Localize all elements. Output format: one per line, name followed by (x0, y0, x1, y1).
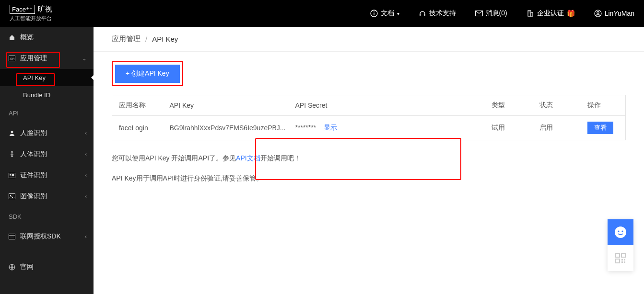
svg-rect-2 (374, 11, 374, 12)
chevron-down-icon: ⌄ (82, 55, 87, 62)
svg-text:API: API (10, 57, 15, 60)
svg-rect-20 (12, 174, 14, 175)
table-row: faceLogin BG9lrahhlXxxPdsv7EMS6Ie9uzePBJ… (112, 116, 626, 140)
sidebar-item-overview[interactable]: 概览 (0, 27, 94, 48)
sidebar-section-sdk: SDK (0, 207, 94, 226)
body-icon (9, 151, 16, 158)
chevron-left-icon: ‹ (85, 130, 87, 136)
cell-app-name: faceLogin (112, 116, 165, 140)
sidebar-overview-label: 概览 (20, 33, 34, 42)
qrcode-icon (615, 252, 626, 264)
api-docs-link[interactable]: API文档 (236, 154, 260, 162)
svg-rect-33 (624, 259, 625, 260)
logo-tagline: 人工智能开放平台 (10, 15, 52, 22)
sidebar-item-body[interactable]: 人体识别 ‹ (0, 144, 94, 165)
show-secret-link[interactable]: 显示 (324, 124, 337, 131)
th-secret: API Secret (291, 95, 367, 116)
view-button[interactable]: 查看 (587, 122, 613, 134)
home-icon (9, 34, 16, 41)
th-key: API Key (165, 95, 291, 116)
svg-rect-3 (420, 14, 421, 16)
api-icon: API (9, 56, 16, 61)
cell-op: 查看 (583, 116, 626, 140)
svg-rect-7 (531, 12, 533, 16)
svg-rect-4 (424, 14, 425, 16)
sidebar-item-official[interactable]: 官网 (0, 257, 94, 278)
logo-brand: 旷视 (38, 5, 52, 14)
top-right-nav: 文档 ▾ 技术支持 消息(0) 企业认证 🎁 LinYuMan (370, 9, 634, 18)
nav-messages[interactable]: 消息(0) (475, 9, 507, 18)
table-header-row: 应用名称 API Key API Secret 类型 状态 操作 (112, 95, 626, 116)
svg-point-16 (11, 131, 13, 133)
svg-point-23 (10, 195, 11, 196)
sidebar-item-cert[interactable]: 证件识别 ‹ (0, 165, 94, 186)
chevron-left-icon: ‹ (85, 172, 87, 179)
nav-docs-label: 文档 (381, 9, 394, 18)
svg-point-17 (11, 151, 13, 153)
package-icon (9, 234, 16, 239)
logo-badge: Face⁺⁺ (10, 5, 35, 14)
th-name: 应用名称 (112, 95, 165, 116)
sidebar-item-sdk-auth[interactable]: 联网授权SDK ‹ (0, 226, 94, 247)
sidebar-app-manage-label: 应用管理 (20, 54, 47, 63)
svg-rect-6 (528, 11, 531, 16)
qrcode-button[interactable] (608, 245, 633, 271)
headset-icon (419, 10, 426, 17)
nav-user[interactable]: LinYuMan (594, 10, 634, 17)
svg-point-26 (615, 226, 626, 238)
th-op: 操作 (583, 95, 626, 116)
svg-point-13 (597, 11, 599, 13)
cell-api-secret: ******** 显示 (291, 116, 367, 140)
nav-support[interactable]: 技术支持 (419, 9, 456, 18)
sidebar-item-app-manage[interactable]: API 应用管理 ⌄ (0, 48, 94, 69)
topbar: Face⁺⁺ 旷视 人工智能开放平台 文档 ▾ 技术支持 消息(0) 企业认证 … (0, 0, 644, 27)
cell-api-key: BG9lrahhlXxxPdsv7EMS6Ie9uzePBJ... (165, 116, 291, 140)
chevron-left-icon: ‹ (85, 233, 87, 240)
main-content: 应用管理 / API Key + 创建API Key 应用名称 API Key … (94, 27, 644, 294)
svg-rect-31 (616, 259, 620, 263)
tips: 您可以使用API Key 开始调用API了。参见API文档开始调用吧！ API … (112, 153, 626, 184)
svg-rect-29 (616, 253, 620, 257)
svg-rect-11 (529, 13, 530, 13)
nav-docs[interactable]: 文档 ▾ (370, 9, 399, 18)
sidebar-item-face[interactable]: 人脸识别 ‹ (0, 123, 94, 144)
breadcrumb-root[interactable]: 应用管理 (112, 34, 141, 44)
chevron-left-icon: ‹ (85, 151, 87, 158)
svg-point-28 (621, 230, 623, 232)
sidebar-item-image[interactable]: 图像识别 ‹ (0, 186, 94, 207)
logo[interactable]: Face⁺⁺ 旷视 人工智能开放平台 (10, 5, 52, 22)
support-chat-button[interactable] (608, 219, 633, 245)
api-key-table: 应用名称 API Key API Secret 类型 状态 操作 faceLog… (112, 95, 626, 140)
gift-icon: 🎁 (567, 10, 575, 17)
svg-rect-30 (621, 253, 625, 257)
th-status: 状态 (535, 95, 583, 116)
support-face-icon (613, 225, 628, 239)
chevron-down-icon: ▾ (397, 11, 399, 16)
sidebar-sub-apikey[interactable]: API Key (0, 69, 94, 86)
svg-rect-21 (12, 175, 14, 176)
tip-line-1: 您可以使用API Key 开始调用API了。参见API文档开始调用吧！ (112, 153, 626, 163)
chevron-left-icon: ‹ (85, 193, 87, 200)
nav-username: LinYuMan (605, 10, 634, 17)
breadcrumb-current: API Key (152, 35, 178, 43)
svg-rect-32 (621, 259, 623, 260)
mail-icon (475, 10, 483, 17)
id-card-icon (9, 173, 16, 178)
nav-support-label: 技术支持 (429, 9, 456, 18)
globe-icon (9, 264, 16, 271)
sidebar-sub-bundleid[interactable]: Bundle ID (0, 86, 94, 103)
breadcrumb-sep: / (145, 35, 147, 43)
svg-rect-24 (9, 234, 15, 239)
sidebar: 概览 API 应用管理 ⌄ API Key Bundle ID API 人脸识别… (0, 27, 94, 294)
person-icon (9, 130, 16, 136)
sidebar-section-api: API (0, 103, 94, 123)
cell-type: 试用 (487, 116, 535, 140)
tip-line-2: API Key用于调用API时进行身份验证,请妥善保管。 (112, 173, 626, 183)
nav-enterprise[interactable]: 企业认证 🎁 (527, 9, 575, 18)
nav-messages-label: 消息(0) (486, 9, 507, 18)
breadcrumb: 应用管理 / API Key (94, 27, 644, 52)
create-api-key-button[interactable]: + 创建API Key (115, 65, 180, 83)
svg-rect-1 (374, 13, 374, 15)
building-icon (527, 10, 534, 17)
svg-rect-22 (9, 194, 15, 199)
